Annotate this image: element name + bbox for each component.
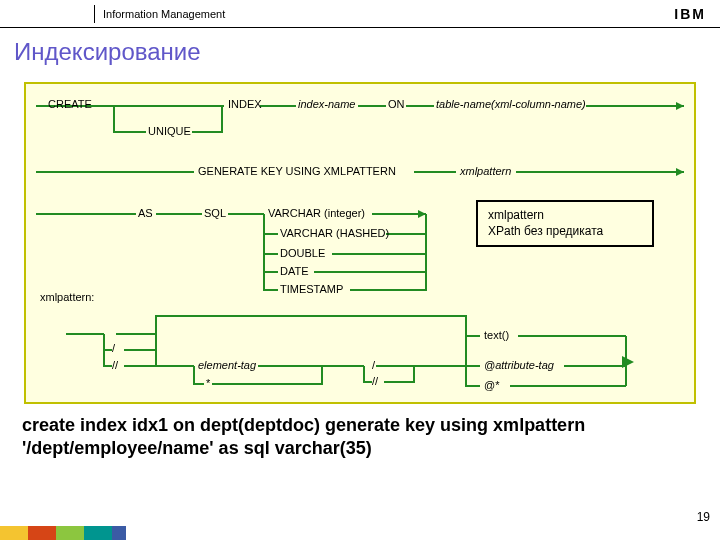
header-left: Information Management: [14, 5, 225, 23]
kw-index: INDEX: [228, 98, 262, 110]
syntax-diagram: CREATE INDEX index-name ON table-name(xm…: [24, 82, 696, 404]
color-block-1: [0, 526, 28, 540]
header-bar: Information Management IBM: [0, 0, 720, 28]
footer-spacer: [126, 526, 720, 540]
lbl-xmlpattern: xmlpattern: [460, 165, 511, 177]
svg-marker-10: [676, 168, 684, 176]
type-double: DOUBLE: [280, 247, 325, 259]
svg-marker-6: [676, 102, 684, 110]
kw-create: CREATE: [48, 98, 92, 110]
type-varchar-hashed: VARCHAR (HASHED): [280, 227, 389, 239]
lbl-index-name: index-name: [298, 98, 355, 110]
type-date: DATE: [280, 265, 309, 277]
kw-sql: SQL: [204, 207, 226, 219]
at-star: @*: [484, 379, 499, 391]
kw-on: ON: [388, 98, 405, 110]
type-varchar-int: VARCHAR (integer): [268, 207, 365, 219]
page-number: 19: [697, 510, 710, 524]
note-line2: XPath без предиката: [488, 224, 642, 240]
text-fn: text(): [484, 329, 509, 341]
attribute-tag: @attribute-tag: [484, 359, 554, 371]
path-slash-1: /: [112, 342, 115, 354]
color-block-4: [84, 526, 112, 540]
kw-unique: UNIQUE: [148, 125, 191, 137]
ibm-logo: IBM: [674, 6, 706, 22]
kw-generate: GENERATE KEY USING XMLPATTERN: [198, 165, 396, 177]
color-block-5: [112, 526, 126, 540]
kw-as: AS: [138, 207, 153, 219]
footer-stripe: [0, 526, 720, 540]
color-block-2: [28, 526, 56, 540]
path-star-1: *: [206, 377, 210, 389]
header-divider: [94, 5, 95, 23]
lbl-table-col: table-name(xml-column-name): [436, 98, 586, 110]
header-section: Information Management: [103, 8, 225, 20]
color-block-3: [56, 526, 84, 540]
path-dslash-2: //: [372, 375, 378, 387]
element-tag: element-tag: [198, 359, 256, 371]
note-xmlpattern: xmlpattern XPath без предиката: [476, 200, 654, 247]
note-line1: xmlpattern: [488, 208, 642, 224]
path-slash-2: /: [372, 359, 375, 371]
xmlpattern-label: xmlpattern:: [40, 291, 94, 303]
sql-example: create index idx1 on dept(deptdoc) gener…: [0, 414, 720, 459]
svg-marker-25: [622, 356, 634, 368]
type-timestamp: TIMESTAMP: [280, 283, 343, 295]
path-dslash-1: //: [112, 359, 118, 371]
page-title: Индексирование: [0, 28, 720, 74]
svg-marker-15: [418, 210, 426, 218]
